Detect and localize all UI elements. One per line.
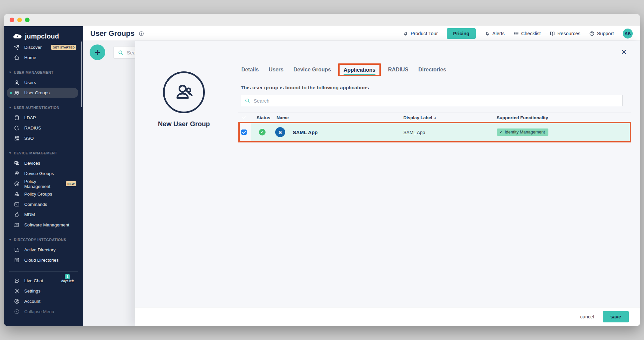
app-display-label: SAML App [403, 130, 425, 135]
sidebar-item-radius[interactable]: RADIUS [4, 123, 83, 133]
sidebar-item-label: Home [24, 55, 36, 60]
device-groups-icon [14, 171, 20, 176]
tab-details[interactable]: Details [241, 67, 259, 73]
sidebar-item-discover[interactable]: Discover GET STARTED [4, 42, 83, 52]
policy-management-icon [14, 181, 20, 187]
discover-icon [14, 44, 20, 50]
close-window-button[interactable] [10, 18, 14, 22]
search-icon [118, 50, 123, 55]
column-status[interactable]: Status [257, 115, 270, 120]
sidebar-item-label: Policy Management [24, 179, 61, 189]
user-group-icon [14, 90, 20, 96]
sidebar-item-mdm[interactable]: MDM [4, 210, 83, 220]
sidebar-item-software-management[interactable]: Software Management [4, 220, 83, 230]
applications-table-header: Status Name Display Label ▲ Supported Fu… [238, 113, 631, 122]
applications-description: This user group is bound to the followin… [241, 85, 371, 90]
pricing-button[interactable]: Pricing [447, 28, 476, 39]
support-button[interactable]: Support [589, 31, 614, 36]
maximize-window-button[interactable] [25, 18, 30, 22]
page-header: User Groups Product Tour Pricing Alerts … [83, 26, 640, 41]
sidebar-item-live-chat[interactable]: Live Chat 1 days left [4, 276, 83, 286]
detail-tabs: Details Users Device Groups Applications… [241, 61, 446, 78]
sidebar-item-collapse-menu[interactable]: Collapse Menu [4, 306, 83, 317]
radius-icon [14, 125, 20, 131]
sidebar-item-user-groups[interactable]: User Groups [7, 88, 78, 98]
app-avatar: S [275, 127, 285, 137]
sidebar-item-ldap[interactable]: LDAP [4, 113, 83, 123]
cancel-button[interactable]: cancel [580, 314, 594, 319]
minimize-window-button[interactable] [17, 18, 22, 22]
section-user-management[interactable]: ▾ USER MANAGEMENT [4, 67, 83, 77]
tab-directories[interactable]: Directories [418, 67, 446, 73]
tab-applications[interactable]: Applications [344, 67, 375, 75]
section-directory-integrations[interactable]: ▾ DIRECTORY INTEGRATIONS [4, 234, 83, 245]
close-icon[interactable]: ✕ [621, 48, 627, 56]
jumpcloud-logo[interactable]: jumpcloud [4, 30, 83, 42]
section-user-authentication[interactable]: ▾ USER AUTHENTICATION [4, 102, 83, 113]
application-row-saml-app[interactable]: S SAML App SAML App Identity Management [238, 122, 631, 142]
row-checkbox[interactable] [241, 129, 247, 135]
active-directory-icon [14, 247, 20, 253]
policy-groups-icon [14, 191, 20, 197]
sidebar-item-commands[interactable]: Commands [4, 199, 83, 210]
sidebar-item-devices[interactable]: Devices [4, 158, 83, 168]
save-button[interactable]: save [603, 311, 629, 322]
product-tour-button[interactable]: Product Tour [403, 31, 438, 36]
sidebar-item-active-directory[interactable]: Active Directory [4, 245, 83, 255]
macos-titlebar [4, 14, 640, 26]
sso-grid-icon [14, 135, 20, 141]
sidebar: jumpcloud Discover GET STARTED Home ▾ US… [4, 26, 83, 326]
sidebar-item-device-groups[interactable]: Device Groups [4, 168, 83, 179]
sidebar-item-label: RADIUS [24, 126, 41, 130]
get-started-badge: GET STARTED [51, 45, 76, 50]
applications-search-input[interactable] [254, 98, 556, 104]
bell-icon [403, 31, 408, 36]
main-area: User Groups Product Tour Pricing Alerts … [83, 26, 640, 326]
sidebar-item-label: User Groups [24, 90, 50, 95]
sidebar-item-users[interactable]: Users [4, 77, 83, 88]
sidebar-item-label: Collapse Menu [24, 309, 54, 314]
checklist-button[interactable]: Checklist [514, 31, 541, 36]
logo-wordmark: jumpcloud [25, 33, 59, 40]
home-icon [14, 55, 20, 60]
column-supported-functionality[interactable]: Supported Functionality [497, 115, 548, 120]
cloud-directories-icon [14, 257, 20, 263]
tab-users[interactable]: Users [269, 67, 283, 73]
sidebar-item-policy-groups[interactable]: Policy Groups [4, 189, 83, 199]
user-avatar[interactable]: KK [623, 29, 633, 39]
tab-device-groups[interactable]: Device Groups [293, 67, 331, 73]
tab-radius[interactable]: RADIUS [388, 67, 408, 73]
info-icon[interactable] [139, 31, 144, 36]
sidebar-item-policy-management[interactable]: Policy Management NEW [4, 179, 83, 189]
resources-button[interactable]: Resources [550, 31, 580, 36]
add-user-group-button[interactable]: + [90, 44, 105, 60]
sidebar-item-label: Users [24, 80, 36, 85]
app-window: jumpcloud Discover GET STARTED Home ▾ US… [4, 14, 640, 326]
sidebar-item-label: Devices [24, 161, 40, 166]
sidebar-item-cloud-directories[interactable]: Cloud Directories [4, 255, 83, 265]
column-name[interactable]: Name [277, 115, 289, 120]
sidebar-item-sso[interactable]: SSO [4, 133, 83, 143]
alerts-button[interactable]: Alerts [485, 31, 505, 36]
section-device-management[interactable]: ▾ DEVICE MANAGEMENT [4, 148, 83, 158]
mdm-apple-icon [14, 212, 20, 217]
column-display-label[interactable]: Display Label ▲ [403, 115, 437, 120]
sidebar-item-home[interactable]: Home [4, 52, 83, 63]
search-icon [245, 98, 250, 104]
user-group-avatar [163, 71, 205, 113]
sidebar-divider [9, 271, 78, 272]
chevron-down-icon: ▾ [9, 106, 11, 109]
commands-terminal-icon [14, 202, 20, 207]
sidebar-scrollbar[interactable] [81, 42, 82, 107]
sidebar-item-label: Cloud Directories [24, 258, 59, 263]
applications-search-box[interactable] [241, 95, 623, 106]
chevron-down-icon: ▾ [9, 238, 11, 241]
sidebar-item-label: Policy Groups [24, 192, 52, 197]
sidebar-item-label: LDAP [24, 115, 36, 120]
sidebar-item-settings[interactable]: Settings [4, 286, 83, 296]
sidebar-item-label: Commands [24, 202, 47, 207]
user-group-detail-panel: ✕ New User Group Details Users Device Gr… [135, 41, 640, 326]
sidebar-item-account[interactable]: Account [4, 296, 83, 306]
collapse-arrow-icon [14, 309, 20, 314]
checklist-icon [514, 31, 519, 36]
